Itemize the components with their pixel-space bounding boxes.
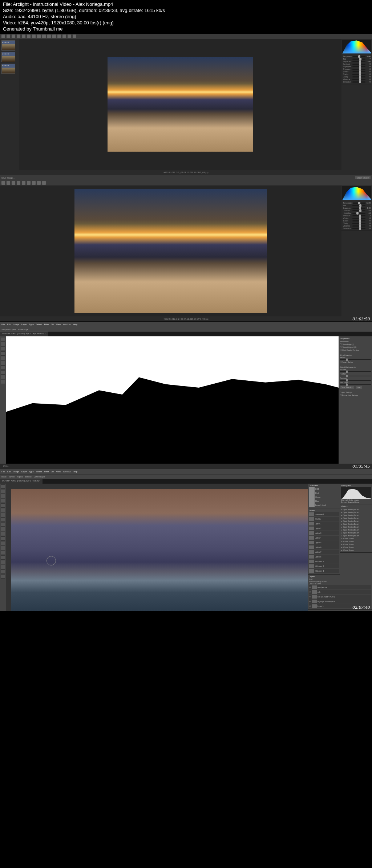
sample-select[interactable]: Current Layer [34, 476, 45, 478]
clear-selection-button[interactable]: Clear Selection [340, 386, 354, 389]
canvas[interactable] [11, 489, 308, 611]
layer-row[interactable]: Lights 7 [309, 550, 339, 554]
feather-slider[interactable] [340, 376, 371, 376]
layer-row[interactable]: Lights 8 [309, 555, 339, 559]
move-tool-icon[interactable] [1, 337, 5, 341]
eye-icon[interactable]: 👁 [309, 586, 311, 588]
slider-track[interactable] [352, 69, 365, 70]
history-state[interactable]: Clone Stamp [341, 549, 371, 552]
eye-icon[interactable]: 👁 [309, 600, 311, 603]
clone-stamp-tool-icon[interactable] [1, 370, 5, 375]
history-state[interactable]: Clone Stamp [341, 540, 371, 543]
slider-track[interactable] [352, 213, 365, 214]
menu-3d[interactable]: 3D [51, 471, 54, 473]
source-select[interactable]: Selected Layer [348, 501, 360, 503]
lasso-tool-icon[interactable] [1, 494, 5, 498]
prefs-icon[interactable] [62, 35, 66, 38]
menu-edit[interactable]: Edit [7, 323, 11, 325]
slider-saturation[interactable]: Saturation0 [343, 227, 371, 229]
slider-track[interactable] [352, 71, 365, 72]
slider-blacks[interactable]: Blacks0 [343, 73, 371, 75]
wb-tool-icon[interactable] [12, 35, 15, 38]
path-tool-icon[interactable] [1, 560, 5, 564]
menu-file[interactable]: File [1, 471, 5, 473]
crop-tool-icon[interactable] [17, 181, 20, 185]
menu-image[interactable]: Image [13, 471, 19, 473]
menu-window[interactable]: Window [63, 471, 70, 473]
slider-track[interactable] [352, 215, 365, 216]
color-sampler-icon[interactable] [17, 35, 20, 38]
refine-edge-button[interactable]: Refine Edge... [18, 328, 30, 331]
hand-tool-icon[interactable] [1, 569, 5, 574]
history-state[interactable]: Spot Healing Brush [341, 528, 371, 531]
history-state[interactable]: Clone Stamp [341, 546, 371, 549]
hand-tool-icon[interactable] [7, 35, 10, 38]
slider-track[interactable] [352, 61, 365, 62]
menu-type[interactable]: Type [29, 471, 34, 473]
smooth-slider[interactable] [340, 371, 371, 372]
layer-row[interactable]: Lights 1 [309, 521, 339, 526]
layer-row[interactable]: Lights 3 [309, 531, 339, 535]
quick-select-tool-icon[interactable] [1, 351, 5, 356]
blur-tool-icon[interactable] [1, 541, 5, 545]
gradient-tool-icon[interactable] [1, 380, 5, 384]
slider-vibrance[interactable]: Vibrance0 [343, 225, 371, 227]
slider-whites[interactable]: Whites0 [343, 217, 371, 219]
radial-filter-icon[interactable] [32, 181, 36, 185]
eyedropper-tool-icon[interactable] [1, 361, 5, 365]
crop-tool-icon[interactable] [27, 35, 31, 38]
slider-shadows[interactable]: Shadows0 [343, 68, 371, 70]
eye-icon[interactable]: 👁 [309, 596, 311, 598]
healing-brush-tool-icon[interactable] [1, 513, 5, 517]
slider-clarity[interactable]: Clarity0 [343, 76, 371, 78]
crop-tool-icon[interactable] [1, 503, 5, 508]
lasso-tool-icon[interactable] [1, 347, 5, 351]
menu-filter[interactable]: Filter [44, 471, 49, 473]
slider-temperature[interactable]: Temperature5240 [343, 202, 371, 204]
menu-filter[interactable]: Filter [44, 323, 49, 325]
slider-track[interactable] [352, 76, 365, 77]
rotate-ccw-icon[interactable] [37, 181, 41, 185]
aligned-checkbox[interactable]: Aligned [17, 476, 23, 478]
menu-layer[interactable]: Layer [21, 323, 27, 325]
channel-row[interactable]: Red [309, 491, 339, 495]
slider-track[interactable] [352, 205, 365, 206]
slider-whites[interactable]: Whites0 [343, 71, 371, 73]
eraser-tool-icon[interactable] [1, 375, 5, 379]
history-state[interactable]: Spot Healing Brush [341, 517, 371, 520]
radius-slider[interactable] [340, 359, 371, 360]
layer-row[interactable]: 👁sub [309, 590, 371, 594]
eraser-tool-icon[interactable] [1, 532, 5, 536]
history-state[interactable]: Spot Healing Brush [341, 520, 371, 523]
zoom-tool-icon[interactable] [1, 574, 5, 579]
spot-removal-icon[interactable] [37, 35, 41, 38]
straighten-icon[interactable] [32, 35, 36, 38]
slider-contrast[interactable]: Contrast+4 [343, 209, 371, 212]
fill-value[interactable]: 100% [316, 583, 321, 585]
document-tab[interactable]: DSI40584 HDR 1 @ 259% (Layer 1, Layer Ma… [0, 332, 48, 336]
slider-contrast[interactable]: Contrast0 [343, 63, 371, 65]
menu-select[interactable]: Select [36, 323, 42, 325]
opacity-value[interactable]: 100% [322, 580, 327, 583]
brush-tool-icon[interactable] [1, 517, 5, 522]
menu-help[interactable]: Help [73, 323, 77, 325]
menu-help[interactable]: Help [73, 471, 77, 473]
history-state[interactable]: Clone Stamp [341, 537, 371, 540]
menu-view[interactable]: View [56, 323, 61, 325]
remember-settings-checkbox[interactable]: Remember Settings [340, 394, 371, 396]
slider-exposure[interactable]: Exposure0.00 [343, 207, 371, 209]
redeye-icon[interactable] [42, 35, 46, 38]
rotate-ccw-icon[interactable] [68, 35, 71, 38]
radial-filter-icon[interactable] [57, 35, 61, 38]
invert-button[interactable]: Invert [356, 386, 363, 389]
menu-3d[interactable]: 3D [51, 323, 54, 325]
slider-track[interactable] [352, 64, 365, 65]
slider-blacks[interactable]: Blacks0 [343, 220, 371, 222]
thumbnail-3[interactable] [1, 64, 15, 74]
shape-tool-icon[interactable] [1, 565, 5, 569]
crop-tool-icon[interactable] [1, 356, 5, 360]
layer-row[interactable]: powerpaint [309, 512, 339, 516]
menu-edit[interactable]: Edit [7, 471, 11, 473]
history-state[interactable]: Spot Healing Brush [341, 523, 371, 525]
zoom-tool-icon[interactable] [1, 181, 5, 185]
